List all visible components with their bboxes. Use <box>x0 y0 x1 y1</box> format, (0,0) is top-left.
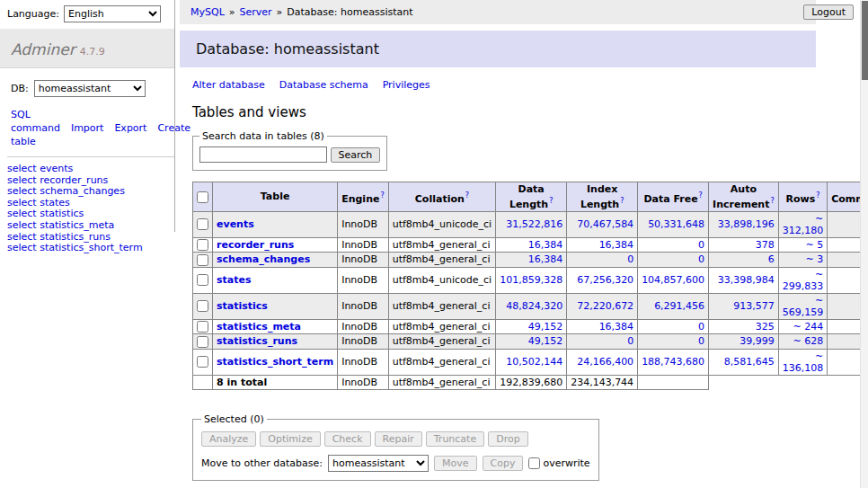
column-header[interactable]: Collation? <box>388 182 495 212</box>
sidebar-tool-link[interactable]: SQL command <box>11 109 60 134</box>
auto-increment-link[interactable]: 378 <box>756 239 775 251</box>
data-free-link[interactable]: 6,291,456 <box>654 300 704 312</box>
help-link[interactable]: ? <box>380 191 384 200</box>
rows-link[interactable]: ~ 312,180 <box>783 213 824 236</box>
sidebar-select-link[interactable]: select events <box>0 164 174 175</box>
breadcrumb-mysql-link[interactable]: MySQL <box>190 6 225 18</box>
data-length-link[interactable]: 49,152 <box>528 335 563 347</box>
db-select[interactable]: homeassistant <box>34 80 146 97</box>
search-button[interactable]: Search <box>331 147 381 163</box>
table-name-link[interactable]: statistics_meta <box>217 321 301 333</box>
rows-link[interactable]: ~ 5 <box>805 239 823 251</box>
logout-button[interactable]: Logout <box>803 4 854 20</box>
column-header[interactable]: Data Length? <box>496 182 567 212</box>
help-link[interactable]: ? <box>770 197 774 205</box>
help-link[interactable]: ? <box>620 197 624 205</box>
data-length-link[interactable]: 16,384 <box>528 239 563 251</box>
repair-button[interactable]: Repair <box>375 431 422 447</box>
sidebar-select-link[interactable]: select schema_changes <box>0 186 174 198</box>
move-button[interactable]: Move <box>434 456 477 471</box>
search-input[interactable] <box>199 146 327 163</box>
table-name-link[interactable]: statistics_runs <box>217 335 297 347</box>
auto-increment-link[interactable]: 39,999 <box>740 335 775 347</box>
rows-link[interactable]: ~ 569,159 <box>783 295 824 318</box>
index-length-link[interactable]: 16,384 <box>599 321 634 333</box>
select-all-checkbox[interactable] <box>197 191 208 203</box>
copy-button[interactable]: Copy <box>483 456 524 471</box>
auto-increment-link[interactable]: 33,898,196 <box>718 218 775 230</box>
table-name-link[interactable]: statistics <box>217 300 268 312</box>
data-length-link[interactable]: 101,859,328 <box>500 274 562 286</box>
auto-increment-link[interactable]: 6 <box>768 253 775 265</box>
data-free-link[interactable]: 104,857,600 <box>642 274 704 286</box>
auto-increment-link[interactable]: 913,577 <box>733 300 775 312</box>
row-checkbox[interactable] <box>197 356 208 368</box>
rows-link[interactable]: ~ 136,108 <box>783 350 824 374</box>
data-free-link[interactable]: 0 <box>698 335 704 347</box>
rows-link[interactable]: ~ 299,833 <box>783 269 824 292</box>
table-name-link[interactable]: events <box>217 218 254 230</box>
column-header[interactable]: Engine? <box>338 182 389 212</box>
auto-increment-link[interactable]: 33,398,984 <box>718 274 775 286</box>
help-link[interactable]: ? <box>465 191 469 200</box>
overwrite-checkbox[interactable] <box>528 457 540 469</box>
data-length-link[interactable]: 16,384 <box>528 253 563 265</box>
scrollbar-thumb[interactable] <box>862 1 868 80</box>
table-name-link[interactable]: schema_changes <box>217 253 310 265</box>
rows-link[interactable]: ~ 3 <box>805 253 823 265</box>
truncate-button[interactable]: Truncate <box>426 431 484 447</box>
data-length-link[interactable]: 10,502,144 <box>506 356 562 368</box>
index-length-link[interactable]: 24,166,400 <box>577 356 633 368</box>
drop-button[interactable]: Drop <box>488 431 527 447</box>
data-length-link[interactable]: 49,152 <box>528 321 563 333</box>
index-length-link[interactable]: 72,220,672 <box>577 300 633 312</box>
row-checkbox[interactable] <box>197 300 208 312</box>
data-free-link[interactable]: 50,331,648 <box>648 218 704 230</box>
check-button[interactable]: Check <box>324 431 371 447</box>
row-checkbox[interactable] <box>197 336 208 348</box>
language-select[interactable]: English <box>64 5 161 22</box>
column-header[interactable]: Table <box>213 182 338 212</box>
breadcrumb-server-link[interactable]: Server <box>240 6 272 18</box>
sidebar-select-link[interactable]: select statistics_short_term <box>0 243 174 254</box>
move-db-select[interactable]: homeassistant <box>328 455 429 472</box>
index-length-link[interactable]: 0 <box>627 253 633 265</box>
help-link[interactable]: ? <box>816 191 819 200</box>
column-header[interactable]: Data Free? <box>638 182 709 212</box>
data-length-link[interactable]: 31,522,816 <box>506 218 562 230</box>
auto-increment-link[interactable]: 325 <box>756 321 775 333</box>
sidebar-tool-link[interactable]: Import <box>71 122 104 134</box>
analyze-button[interactable]: Analyze <box>201 431 256 447</box>
column-header[interactable]: Index Length? <box>567 182 638 212</box>
sidebar-select-link[interactable]: select statistics_meta <box>0 220 174 232</box>
app-title[interactable]: Adminer <box>11 40 75 58</box>
index-length-link[interactable]: 67,256,320 <box>577 274 633 286</box>
data-free-link[interactable]: 0 <box>698 239 704 251</box>
table-name-link[interactable]: recorder_runs <box>217 239 294 251</box>
table-name-link[interactable]: states <box>217 274 252 286</box>
rows-link[interactable]: ~ 244 <box>793 321 823 333</box>
data-length-link[interactable]: 48,824,320 <box>506 300 562 312</box>
optimize-button[interactable]: Optimize <box>260 431 320 447</box>
scrollbar-track[interactable] <box>860 0 868 488</box>
index-length-link[interactable]: 16,384 <box>599 239 634 251</box>
db-action-link[interactable]: Alter database <box>192 79 265 91</box>
auto-increment-link[interactable]: 8,581,645 <box>724 356 775 368</box>
rows-link[interactable]: ~ 628 <box>793 335 823 347</box>
help-link[interactable]: ? <box>699 191 703 200</box>
index-length-link[interactable]: 70,467,584 <box>577 218 633 230</box>
data-free-link[interactable]: 188,743,680 <box>642 356 704 368</box>
row-checkbox[interactable] <box>197 321 208 333</box>
db-action-link[interactable]: Database schema <box>279 79 368 91</box>
row-checkbox[interactable] <box>197 239 208 251</box>
row-checkbox[interactable] <box>197 218 208 230</box>
sidebar-tool-link[interactable]: Export <box>114 122 146 134</box>
index-length-link[interactable]: 0 <box>627 335 633 347</box>
row-checkbox[interactable] <box>197 254 208 266</box>
help-link[interactable]: ? <box>549 197 553 205</box>
column-header[interactable]: Auto Increment? <box>709 182 779 212</box>
data-free-link[interactable]: 0 <box>698 253 704 265</box>
data-free-link[interactable]: 0 <box>698 321 704 333</box>
db-action-link[interactable]: Privileges <box>383 79 430 91</box>
table-name-link[interactable]: statistics_short_term <box>217 356 333 368</box>
